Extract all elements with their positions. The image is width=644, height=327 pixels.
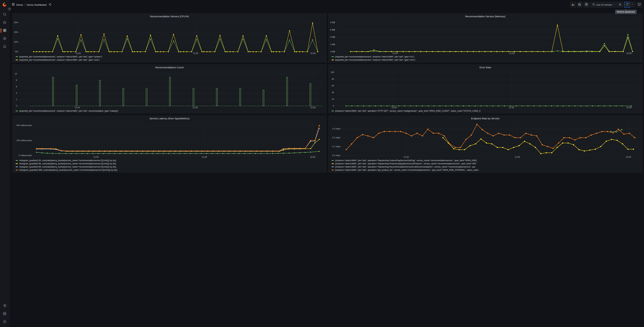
legend-item[interactable]: {exported_job="recommendationservice", i…	[16, 55, 322, 58]
breadcrumb-dashboard[interactable]: Demo Dashboard	[27, 3, 46, 6]
legend-item[interactable]: histogram_quantile(0.95, sum(rate(latenc…	[16, 162, 322, 164]
svg-text:21:50: 21:50	[75, 106, 80, 109]
legend-label: histogram_quantile(0.95, sum(rate(latenc…	[19, 162, 116, 164]
svg-text:22:00: 22:00	[310, 106, 316, 109]
svg-text:0 milliseconds: 0 milliseconds	[19, 154, 32, 156]
panel-service-latency: Service Latency (from SpanMetrics)21:502…	[12, 116, 322, 164]
panel-chart[interactable]: 21:5021:5522:000 milliseconds200 millise…	[13, 120, 322, 158]
sidebar-item-explore[interactable]	[0, 36, 10, 42]
svg-text:200 milliseconds: 200 milliseconds	[16, 139, 32, 142]
panel-chart[interactable]: 21:5021:5522:000246810	[13, 69, 322, 109]
sidebar-expand-button[interactable]: >	[8, 7, 11, 11]
dashboard-canvas: Recommendation Service (CPU%)21:5021:552…	[10, 0, 322, 164]
svg-text:20%: 20%	[14, 31, 18, 34]
legend-color-chip	[16, 110, 18, 111]
panel-chart[interactable]: 21:5021:5522:000%10%20%30%	[13, 18, 322, 55]
active-indicator	[1, 28, 1, 33]
share-icon[interactable]	[48, 3, 51, 6]
svg-text:21:50: 21:50	[76, 52, 81, 54]
svg-text:22:00: 22:00	[310, 52, 316, 54]
apps-grid-icon	[12, 3, 15, 6]
panel-legend: histogram_quantile(0.50, sum(rate(latenc…	[13, 158, 322, 164]
svg-text:21:55: 21:55	[202, 156, 207, 158]
legend-color-chip	[16, 60, 18, 60]
svg-text:0%: 0%	[15, 50, 18, 53]
sidebar-item-search[interactable]	[0, 11, 10, 18]
explore-compass-icon	[3, 37, 6, 41]
grafana-logo[interactable]	[2, 2, 8, 7]
panel-title[interactable]: Service Latency (from SpanMetrics)	[13, 117, 322, 120]
alerting-bell-icon	[3, 45, 6, 49]
search-icon	[3, 12, 6, 17]
breadcrumb-separator: /	[24, 3, 25, 6]
legend-item[interactable]: histogram_quantile(0.50, sum(rate(latenc…	[16, 159, 322, 162]
legend-label: {exported_job="recommendationservice", i…	[19, 56, 102, 58]
panel-cpu: Recommendation Service (CPU%)21:5021:552…	[12, 14, 322, 62]
legend-label: {exported_job="recommendationservice", i…	[19, 59, 100, 61]
svg-text:2: 2	[16, 98, 17, 101]
svg-text:10: 10	[15, 73, 17, 75]
sidebar-nav	[0, 11, 10, 50]
sidebar	[0, 0, 10, 164]
legend-color-chip	[16, 163, 18, 164]
svg-text:400 milliseconds: 400 milliseconds	[16, 124, 32, 126]
sidebar-item-alerting[interactable]	[0, 44, 10, 50]
star-icon	[3, 21, 6, 25]
legend-color-chip	[16, 56, 18, 57]
legend-label: {exported_job="recommendationservice", i…	[19, 110, 118, 112]
svg-text:4: 4	[16, 92, 17, 94]
dashboards-icon	[3, 29, 6, 33]
svg-text:21:55: 21:55	[192, 106, 198, 109]
legend-item[interactable]: {exported_job="recommendationservice", i…	[16, 109, 322, 112]
panel-legend: {exported_job="recommendationservice", i…	[13, 55, 322, 62]
svg-text:6: 6	[16, 86, 17, 88]
svg-text:10%: 10%	[14, 41, 18, 43]
svg-text:0: 0	[16, 105, 17, 107]
sidebar-item-starred[interactable]	[0, 19, 10, 26]
top-bar: Demo / Demo Dashboard Last 15 minutes	[10, 0, 322, 10]
svg-text:30%: 30%	[14, 21, 18, 24]
sidebar-item-dashboards[interactable]	[0, 27, 10, 34]
breadcrumb: Demo / Demo Dashboard	[12, 3, 51, 6]
panel-title[interactable]: Recommendation Service (CPU%)	[13, 14, 322, 18]
legend-label: histogram_quantile(0.50, sum(rate(latenc…	[19, 159, 116, 162]
panel-grid: Recommendation Service (CPU%)21:5021:552…	[12, 14, 322, 164]
panel-legend: {exported_job="recommendationservice", i…	[13, 109, 322, 113]
legend-color-chip	[16, 160, 18, 161]
svg-text:21:50: 21:50	[93, 156, 98, 158]
panel-recommendations-count: Recommendations Count21:5021:5522:000246…	[12, 64, 322, 114]
svg-text:22:00: 22:00	[310, 156, 315, 158]
svg-text:8: 8	[16, 79, 17, 82]
svg-text:21:55: 21:55	[193, 52, 198, 54]
panel-title[interactable]: Recommendations Count	[13, 66, 322, 69]
breadcrumb-folder[interactable]: Demo	[16, 3, 23, 6]
legend-item[interactable]: {exported_job="recommendationservice", i…	[16, 58, 322, 62]
